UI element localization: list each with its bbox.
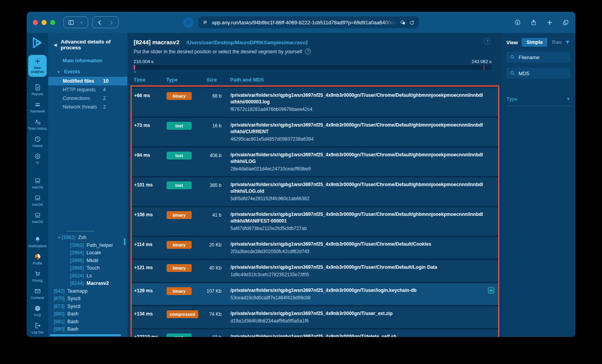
- table-row[interactable]: +114 ms binary 20 Kb /private/var/folder…: [132, 237, 498, 259]
- file-path[interactable]: /private/var/folders/xr/qpbg1wsn3697nf25…: [230, 181, 494, 195]
- process-tree-item[interactable]: ▾ [870] Sysctl: [48, 295, 127, 303]
- process-tree-item[interactable]: ▾ [873] Sysctl: [48, 302, 127, 310]
- process-tree-item[interactable]: ▾ [4524] Ls: [48, 272, 127, 280]
- anyrun-logo-icon[interactable]: [30, 36, 45, 49]
- events-section[interactable]: ▼ Events: [48, 66, 127, 77]
- process-tree-item[interactable]: ▾ [8244] Macrasv2: [48, 280, 127, 288]
- minimize-window-button[interactable]: [42, 20, 47, 25]
- table-row[interactable]: +108 ms binary 41 b /private/var/folders…: [132, 207, 498, 235]
- main-information-link[interactable]: Main information: [48, 55, 127, 66]
- table-row[interactable]: +101 ms text 365 b /private/var/folders/…: [132, 177, 498, 206]
- forward-icon[interactable]: [108, 19, 114, 26]
- sidebar-item[interactable]: Pricing: [27, 268, 48, 285]
- process-tree-item[interactable]: ▾ [3963] Path_helper: [48, 241, 127, 249]
- file-path[interactable]: /private/var/folders/xr/qpbg1wsn3697nf25…: [230, 92, 494, 105]
- panel-header[interactable]: ◀ Advanced details of process: [48, 33, 127, 55]
- sidebar-item[interactable]: Team history: [27, 116, 48, 133]
- process-pid: [3962]: [62, 235, 76, 240]
- event-category-item[interactable]: Modified files 10: [48, 77, 127, 85]
- sidebar-item-label: Profile: [33, 261, 42, 265]
- expand-arrow-icon[interactable]: ▾: [58, 235, 60, 239]
- table-row[interactable]: +32319 ms text 83 b /private/var/folders…: [132, 330, 498, 337]
- tab-overview-icon[interactable]: [562, 19, 569, 26]
- row-size: 40 Kb: [199, 264, 221, 278]
- extensions-badge-icon[interactable]: [400, 20, 406, 25]
- file-path[interactable]: /private/var/folders/xr/qpbg1wsn3697nf25…: [230, 264, 494, 271]
- sidebar-item[interactable]: macOS: [27, 209, 48, 226]
- process-tree-item[interactable]: ▾ [842] Teamapp: [48, 287, 127, 295]
- sidebar-item[interactable]: TI: [27, 150, 48, 168]
- event-category-label: HTTP requests: [63, 87, 103, 92]
- slider-hint-text: Put the slider in the desired position o…: [134, 49, 302, 54]
- question-circle-icon[interactable]: ?: [305, 49, 311, 54]
- sidebar-item[interactable]: Contacts: [27, 285, 48, 302]
- sidebar-toggle-icon[interactable]: [68, 19, 74, 26]
- event-category-item[interactable]: Network threats 2: [48, 103, 127, 111]
- filename-input[interactable]: [519, 54, 567, 60]
- ai-badge[interactable]: AI: [488, 287, 494, 293]
- sample-path-link[interactable]: /Users/user/Desktop/MauroDPRKSamples/mac…: [187, 40, 308, 45]
- table-row[interactable]: +66 ms binary 68 b /private/var/folders/…: [132, 88, 498, 116]
- vertical-scrollbar[interactable]: [124, 238, 125, 245]
- table-row[interactable]: +94 ms text 406 b /private/var/folders/x…: [132, 148, 498, 176]
- back-arrow-icon: ◀: [54, 43, 57, 47]
- slider-start-handle[interactable]: [134, 65, 135, 70]
- process-tree-item[interactable]: ▾ [3962] Zsh: [48, 234, 127, 242]
- sidebar-item[interactable]: History: [27, 133, 48, 150]
- table-row[interactable]: +73 ms text 16 b /private/var/folders/xr…: [132, 118, 498, 146]
- new-tab-icon[interactable]: [546, 19, 553, 26]
- share-icon[interactable]: [530, 19, 537, 26]
- extension-icon[interactable]: [183, 17, 194, 28]
- sidebar-item[interactable]: Reports: [27, 81, 48, 99]
- process-tree-item[interactable]: ▾ [880] Bash: [48, 310, 127, 318]
- table-row[interactable]: +134 ms compressed 74 Kb /private/var/fo…: [132, 306, 498, 328]
- sidebar-item[interactable]: Teamwork: [27, 99, 48, 116]
- downloads-icon[interactable]: [514, 19, 521, 26]
- timeline-slider[interactable]: [134, 65, 491, 70]
- sidebar-item[interactable]: New analysis: [28, 55, 47, 77]
- zoom-window-button[interactable]: [50, 20, 55, 25]
- table-row[interactable]: +129 ms binary 107 Kb /private/var/folde…: [132, 283, 498, 305]
- horizontal-scrollbar[interactable]: [50, 334, 121, 336]
- process-tree-item[interactable]: ▾ [3964] Locale: [48, 249, 127, 257]
- file-path[interactable]: /private/var/folders/xr/qpbg1wsn3697nf25…: [230, 333, 494, 337]
- process-tree-item[interactable]: ▾ [881] Bash: [48, 318, 127, 326]
- sidebar-item[interactable]: macOS: [27, 192, 48, 209]
- process-tree-item[interactable]: ▾ [3965] Mkdir: [48, 257, 127, 264]
- sidebar-item[interactable]: Notifications: [27, 234, 48, 251]
- url-bar[interactable]: app.any.run/tasks/94b9bc1f-86ff-4069-822…: [199, 16, 419, 28]
- close-window-button[interactable]: [33, 20, 38, 25]
- file-path[interactable]: /private/var/folders/xr/qpbg1wsn3697nf25…: [230, 241, 494, 248]
- sidebar-item-icon: [34, 177, 41, 184]
- process-tree-item[interactable]: ▾ [3966] Touch: [48, 264, 127, 272]
- sidebar-item[interactable]: macOS: [27, 175, 48, 192]
- help-icon[interactable]: ?: [484, 38, 491, 45]
- chevron-down-icon[interactable]: [79, 19, 84, 26]
- sidebar-item[interactable]: Log Out: [27, 320, 48, 337]
- file-path[interactable]: /private/var/folders/xr/qpbg1wsn3697nf25…: [230, 287, 494, 294]
- view-raw-tab[interactable]: Raw: [547, 38, 564, 47]
- file-path[interactable]: /private/var/folders/xr/qpbg1wsn3697nf25…: [230, 310, 494, 317]
- process-pid: [881]: [54, 319, 65, 324]
- table-row[interactable]: +121 ms binary 40 Kb /private/var/folder…: [132, 260, 498, 282]
- sidebar-item[interactable]: FAQ: [27, 302, 48, 320]
- process-pid: [873]: [54, 304, 65, 309]
- back-icon[interactable]: [96, 19, 103, 26]
- file-path[interactable]: /private/var/folders/xr/qpbg1wsn3697nf25…: [230, 122, 494, 135]
- type-filter-dropdown[interactable]: Type ▼: [506, 96, 570, 106]
- file-path[interactable]: /private/var/folders/xr/qpbg1wsn3697nf25…: [230, 211, 494, 225]
- nav-button-group: [92, 16, 119, 28]
- event-category-item[interactable]: HTTP requests 4: [48, 85, 127, 94]
- file-type-badge: binary: [167, 92, 192, 100]
- view-simple-tab[interactable]: Simple: [522, 38, 547, 47]
- md5-input[interactable]: [519, 71, 567, 76]
- url-text[interactable]: app.any.run/tasks/94b9bc1f-86ff-4069-822…: [212, 20, 396, 25]
- reload-icon[interactable]: [409, 20, 415, 25]
- file-path[interactable]: /private/var/folders/xr/qpbg1wsn3697nf25…: [230, 152, 494, 165]
- slider-end-marker[interactable]: [484, 65, 484, 70]
- process-tree-item[interactable]: ▾ [990] Bash: [48, 326, 127, 333]
- sidebar-item[interactable]: Profile: [27, 251, 48, 268]
- event-category-item[interactable]: Connections 2: [48, 94, 127, 103]
- reader-view-icon[interactable]: [203, 20, 208, 25]
- filter-funnel-icon[interactable]: [565, 40, 570, 45]
